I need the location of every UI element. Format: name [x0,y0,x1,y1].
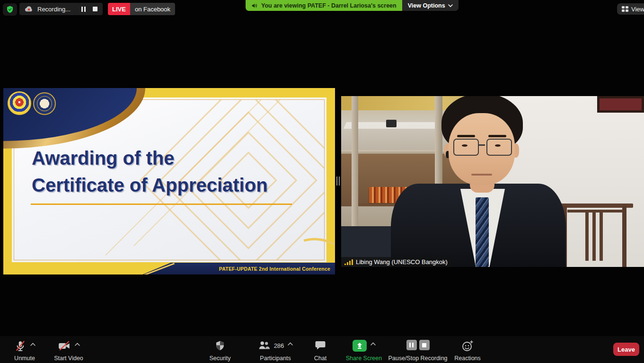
recording-label: Recording... [37,6,71,13]
video-partition-beam [352,96,358,239]
leave-button[interactable]: Leave [613,343,639,356]
view-options-label: View Options [408,2,445,9]
chevron-down-icon [448,4,453,7]
participant-eye [495,144,501,147]
signal-strength-icon [344,259,353,265]
live-indicator: LIVE on Facebook [108,3,175,15]
pause-recording-square-icon[interactable] [406,340,417,350]
share-screen-icon [353,340,367,352]
participant-video-tile[interactable]: Libing Wang (UNESCO Bangkok) [341,96,644,267]
security-label: Security [209,355,230,362]
stop-recording-icon[interactable] [93,7,97,11]
chat-label: Chat [314,355,326,362]
conference-logo [8,91,31,115]
participant-face [449,113,515,185]
participant-eyebrow [457,135,475,137]
security-shield-button[interactable] [3,3,17,16]
chat-bubble-icon [315,340,326,351]
reactions-smiley-icon [461,340,474,352]
recording-pill: Recording... [19,3,103,15]
reactions-label: Reactions [454,355,481,362]
glasses-right-lens [486,139,512,156]
view-options-button[interactable]: View Options [402,0,459,11]
participant-eyebrow [488,135,506,137]
chevron-up-icon[interactable] [288,342,293,345]
slide-title-line1: Awarding of the [32,145,268,172]
chevron-up-icon[interactable] [75,343,80,346]
chevron-up-icon[interactable] [371,342,376,345]
cloud-recording-icon [25,6,33,12]
slide-title-underline [31,204,292,205]
slide-title-line2: Certificate of Appreciation [32,172,268,199]
reactions-button[interactable]: Reactions [452,340,483,362]
participants-button[interactable]: 286 Participants [254,340,297,362]
meeting-toolbar: Unmute Start Video Security [0,336,644,363]
video-picture-frame [597,96,644,113]
unmute-button[interactable]: Unmute [7,340,43,362]
video-chair-slat [585,210,589,261]
leave-label: Leave [618,346,635,353]
participant-mouth [471,174,492,176]
participants-label: Participants [260,355,291,362]
participant-name-tag: Libing Wang (UNESCO Bangkok) [341,257,452,267]
slide-footer-text: PATEF-UPDATE 2nd International Conferenc… [219,266,330,272]
screen-share-banner: You are viewing PATEF - Darrel Lariosa's… [246,0,459,11]
participants-count: 286 [274,342,284,349]
chat-button[interactable]: Chat [309,340,332,362]
grid-view-icon [622,6,628,12]
video-shelf-speaker [386,120,397,127]
participants-icon [258,340,270,351]
view-button[interactable]: View [617,3,644,15]
share-screen-button[interactable]: Share Screen [344,340,384,362]
glasses-left-lens [453,139,479,156]
video-chair-slat [600,210,603,261]
live-badge: LIVE [108,3,130,15]
share-screen-label: Share Screen [346,355,382,362]
university-seal-logo [33,92,56,115]
speaker-icon [251,2,258,9]
pause-recording-icon[interactable] [81,7,86,12]
security-button[interactable]: Security [204,340,236,362]
security-shield-icon [214,340,226,352]
chevron-up-icon[interactable] [30,343,35,346]
view-label: View [631,6,644,13]
microphone-muted-icon [14,340,26,352]
video-chair-slat [592,210,596,261]
participant-name: Libing Wang (UNESCO Bangkok) [356,258,448,266]
unmute-label: Unmute [14,355,35,362]
pause-stop-recording-label: Pause/Stop Recording [388,355,447,362]
shield-check-icon [6,5,14,14]
shared-screen-slide: Awarding of the Certificate of Appreciat… [3,88,335,274]
participant-tie [476,197,489,267]
split-view-drag-handle[interactable] [336,177,340,186]
video-chair [556,204,633,208]
zoom-meeting-window: Recording... LIVE on Facebook You are vi… [0,0,644,363]
glasses-bridge [479,144,485,146]
start-video-label: Start Video [54,355,83,362]
screen-share-banner-text-wrap: You are viewing PATEF - Darrel Lariosa's… [246,0,402,11]
live-platform-label: on Facebook [130,3,175,15]
start-video-button[interactable]: Start Video [48,340,89,362]
stop-recording-square-icon[interactable] [419,340,430,350]
participant-eye [462,144,468,147]
camera-off-icon [58,340,71,352]
screen-share-banner-text: You are viewing PATEF - Darrel Lariosa's… [261,2,397,9]
slide-title: Awarding of the Certificate of Appreciat… [32,145,268,199]
pause-stop-recording-button[interactable]: Pause/Stop Recording [387,340,449,362]
video-chair-post [622,206,626,267]
